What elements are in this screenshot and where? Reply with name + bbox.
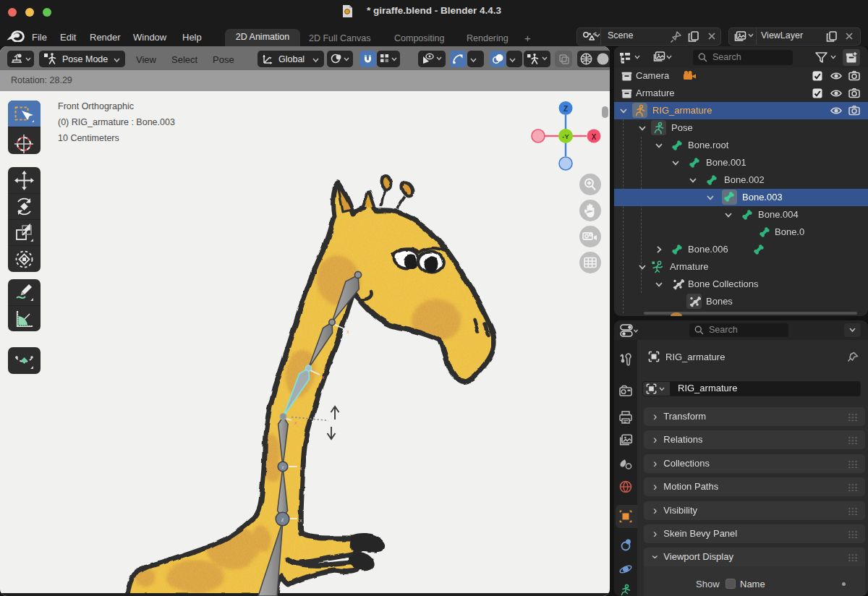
svg-text:z: z: [282, 465, 284, 469]
svg-text:Z: Z: [563, 105, 568, 113]
svg-text:X: X: [592, 133, 597, 141]
svg-text:x: x: [346, 328, 349, 335]
svg-text:x: x: [299, 465, 302, 472]
svg-text:x: x: [322, 374, 325, 380]
svg-text:x: x: [299, 517, 302, 524]
svg-text:x: x: [294, 420, 297, 426]
svg-text:z: z: [281, 516, 284, 523]
svg-text:-Y: -Y: [562, 132, 569, 140]
